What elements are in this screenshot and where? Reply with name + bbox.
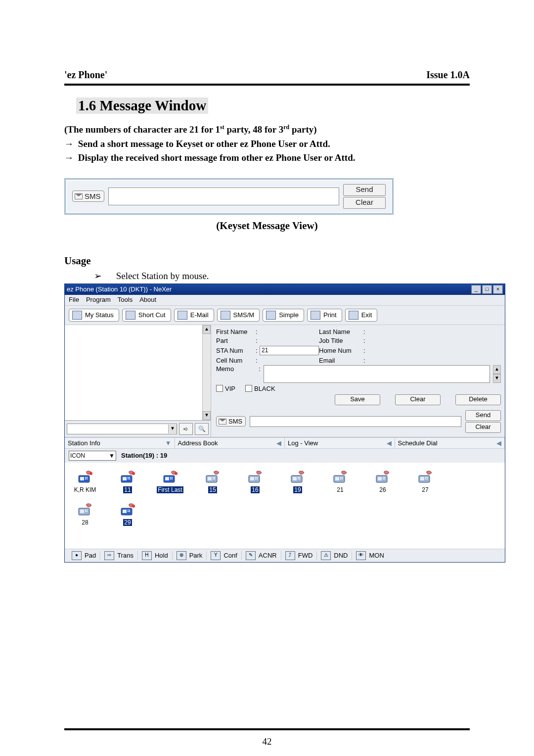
svg-rect-36 [299,477,300,478]
search-button[interactable]: 🔍 [195,423,209,435]
station-item[interactable]: 21 [325,470,356,493]
mon-icon: 👁 [356,551,366,560]
station-item[interactable]: 11 [112,470,143,493]
triangle-bullet-icon: ➢ [94,271,102,281]
tab-bar: Station Info▼ Address Book◀ Log - View◀ … [65,437,505,449]
scroll-up-icon[interactable]: ▲ [203,325,211,334]
envelope-icon [219,419,226,425]
station-item[interactable]: 29 [112,502,143,526]
footer-hold[interactable]: HHold [138,551,173,560]
svg-rect-55 [425,478,426,479]
svg-rect-30 [257,477,258,478]
tool-my-status[interactable]: My Status [69,309,119,322]
tab-station-info[interactable]: Station Info▼ [65,438,175,448]
tool-print[interactable]: Print [307,309,342,322]
chevron-left-icon: ◀ [387,439,392,447]
scroll-down-icon[interactable]: ▼ [493,374,501,383]
label-job-title: Job Title [319,337,363,344]
vip-checkbox[interactable]: VIP [216,385,235,392]
black-checkbox[interactable]: BLACK [245,385,275,392]
svg-rect-15 [165,477,169,480]
footer-mon[interactable]: 👁MON [352,551,388,560]
sms-send-button[interactable]: Send [465,410,501,421]
svg-rect-58 [80,510,84,513]
svg-rect-52 [420,477,424,480]
sms-input[interactable] [108,188,339,205]
station-item[interactable]: 26 [367,470,398,493]
footer-conf[interactable]: YConf [207,551,241,560]
usage-heading: Usage [64,255,470,267]
header-left: 'ez Phone' [64,69,107,81]
svg-point-13 [132,472,135,475]
menu-file[interactable]: File [69,296,79,303]
station-item[interactable]: 16 [240,470,270,493]
status-icon [72,311,82,320]
footer-park[interactable]: ⊕Park [173,551,207,560]
menu-about[interactable]: About [139,296,156,303]
svg-rect-66 [129,510,130,511]
footer-fwd[interactable]: ⤴FWD [281,551,317,560]
label-email: Email [319,357,363,364]
tab-schedule-dial[interactable]: Schedule Dial◀ [395,438,505,448]
save-button[interactable]: Save [335,394,380,405]
footer-label: Hold [155,552,168,559]
tool-email[interactable]: E-Mail [174,309,214,322]
titlebar[interactable]: ez Phone (Station 10 (DKT)) - NeXer _ □ … [65,284,505,295]
sms-clear-button[interactable]: Clear [343,197,386,209]
label-last-name: Last Name [319,328,363,335]
footer-label: Park [189,552,203,559]
footer-label: ACNR [259,552,277,559]
footer-label: FWD [298,552,313,559]
station-item[interactable]: 28 [70,502,100,526]
maximize-button[interactable]: □ [482,285,492,294]
memo-input[interactable] [264,365,490,383]
left-combo[interactable]: ▼ [67,424,177,434]
scroll-down-icon[interactable]: ▼ [203,411,211,420]
delete-button[interactable]: Delete [455,394,501,405]
sta-num-input[interactable] [260,346,319,355]
menu-program[interactable]: Program [86,296,111,303]
sms-input[interactable] [250,416,461,427]
sms-clear-button[interactable]: Clear [465,422,501,433]
sms-send-button[interactable]: Send [343,184,386,196]
tab-log-view[interactable]: Log - View◀ [285,438,395,448]
view-mode-combo[interactable]: ICON ▼ [69,451,116,461]
scrollbar[interactable]: ▲ ▼ [202,325,211,420]
station-item[interactable]: 15 [197,470,228,493]
station-item[interactable]: K,R KIM [70,470,100,493]
go-button[interactable]: ➪ [179,423,193,435]
svg-rect-54 [427,477,428,478]
tool-shortcut[interactable]: Short Cut [122,309,171,322]
sms-chip[interactable]: SMS [216,416,246,426]
print-icon [311,311,320,320]
acnr-icon: ✎ [246,551,256,560]
station-label: 26 [378,486,387,493]
arrow-icon: → [64,139,74,149]
station-item[interactable]: 19 [282,470,313,493]
svg-rect-31 [255,478,256,479]
tool-sms[interactable]: SMS/M [217,309,260,322]
tab-address-book[interactable]: Address Book◀ [175,438,285,448]
tool-label: Print [323,311,337,319]
footer-dnd[interactable]: ⚠DND [317,551,352,560]
menu-tools[interactable]: Tools [118,296,133,303]
station-label: 19 [293,486,302,493]
svg-rect-62 [87,511,88,512]
footer-trans[interactable]: ⇨Trans [100,551,138,560]
tool-exit[interactable]: Exit [345,309,378,322]
hold-icon: H [142,551,152,560]
station-item[interactable]: 27 [410,470,441,493]
tool-simple[interactable]: Simple [263,309,304,322]
footer-pad[interactable]: ●Pad [68,551,100,560]
pad-icon: ● [72,551,82,560]
clear-button[interactable]: Clear [395,394,441,405]
station-item[interactable]: First Last [155,470,185,493]
close-button[interactable]: × [493,285,503,294]
svg-rect-11 [128,478,129,479]
minimize-button[interactable]: _ [471,285,481,294]
scroll-up-icon[interactable]: ▲ [493,365,501,374]
left-list[interactable] [65,325,202,420]
sms-chip[interactable]: SMS [72,190,104,202]
footer-acnr[interactable]: ✎ACNR [242,551,281,560]
memo-scrollbar[interactable]: ▲ ▼ [493,365,501,383]
